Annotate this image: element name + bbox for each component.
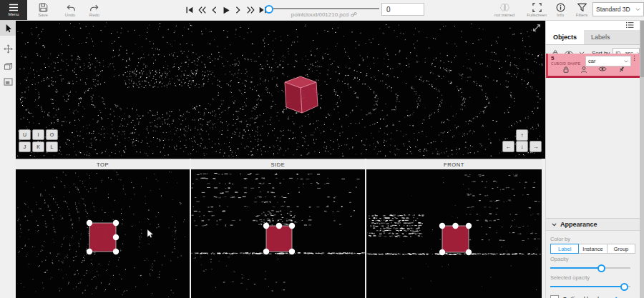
person-icon[interactable] bbox=[580, 66, 587, 74]
outlined-borders-checkbox[interactable] bbox=[550, 295, 559, 298]
appearance-section: Appearance Color by Label Instance Group… bbox=[546, 218, 640, 298]
play-button[interactable] bbox=[221, 4, 231, 16]
opacity-slider-handle[interactable] bbox=[597, 264, 605, 272]
cuboid-tool-button[interactable] bbox=[0, 59, 16, 74]
color-by-label-button[interactable]: Label bbox=[550, 244, 579, 254]
object-menu-icon[interactable]: ⋮ bbox=[631, 55, 638, 61]
filter-icon bbox=[577, 3, 587, 12]
selected-opacity-slider-handle[interactable] bbox=[620, 283, 628, 291]
key-j-button[interactable]: J bbox=[19, 141, 31, 152]
key-o-button[interactable]: O bbox=[46, 129, 58, 140]
arrow-right-button[interactable]: → bbox=[530, 141, 542, 152]
top-view-header: TOP bbox=[16, 159, 190, 170]
frame-slider-track[interactable] bbox=[266, 8, 379, 9]
key-k-button[interactable]: K bbox=[32, 141, 44, 152]
chevron-down-icon bbox=[635, 8, 640, 11]
chevron-down-icon bbox=[552, 223, 557, 227]
top-view-box-overlay[interactable] bbox=[16, 169, 190, 298]
next-frame-button[interactable] bbox=[233, 4, 243, 16]
panel-top-bar bbox=[546, 20, 640, 30]
side-view-title: SIDE bbox=[271, 162, 286, 168]
object-id: 5 bbox=[551, 55, 554, 61]
eye-icon[interactable] bbox=[598, 66, 607, 74]
panel-scrollbar[interactable] bbox=[640, 20, 644, 298]
front-view-box-overlay[interactable] bbox=[366, 169, 542, 298]
cursor-icon bbox=[4, 24, 12, 34]
arrow-left-button[interactable]: ← bbox=[502, 141, 514, 152]
tab-objects[interactable]: Objects bbox=[546, 30, 584, 44]
key-u-button[interactable]: U bbox=[19, 129, 31, 140]
front-view-title: FRONT bbox=[444, 162, 464, 168]
select-tool-button[interactable] bbox=[0, 21, 16, 36]
fullscreen-button[interactable]: Fullscreen bbox=[522, 0, 551, 20]
tool-rail bbox=[0, 20, 16, 298]
filename-text: pointcloud/001210.pcd bbox=[291, 11, 349, 18]
panel-scrollbar-thumb[interactable] bbox=[640, 20, 644, 77]
hamburger-icon bbox=[9, 4, 19, 11]
right-panel: Objects Labels Sort by ID - asc... 5 CUB… bbox=[545, 20, 644, 298]
object-card-5[interactable]: 5 CUBOID SHAPE car ⋮ bbox=[546, 54, 640, 78]
fast-backward-button[interactable] bbox=[197, 4, 207, 16]
opacity-slider[interactable] bbox=[550, 264, 634, 272]
object-actions bbox=[548, 66, 640, 74]
link-icon[interactable] bbox=[351, 11, 357, 18]
filters-button[interactable]: Filters bbox=[571, 0, 592, 20]
move-tool-button[interactable] bbox=[0, 41, 16, 56]
playback-controls bbox=[185, 0, 268, 20]
undo-label: Undo bbox=[65, 13, 75, 17]
expand-view-icon[interactable] bbox=[532, 24, 541, 32]
previous-frame-button[interactable] bbox=[209, 4, 219, 16]
key-i-button[interactable]: I bbox=[32, 129, 44, 140]
chevron-down-icon bbox=[624, 60, 628, 63]
category-select[interactable]: car bbox=[585, 56, 631, 66]
top-view-pane[interactable] bbox=[16, 169, 190, 298]
outlined-borders-row: Outlined borders bbox=[550, 295, 635, 298]
color-by-instance-button[interactable]: Instance bbox=[579, 244, 607, 254]
redo-button[interactable]: Redo bbox=[83, 0, 106, 20]
arrow-up-button[interactable]: ↑ bbox=[516, 129, 528, 141]
selected-opacity-label: Selected opacity bbox=[550, 274, 635, 281]
redo-label: Redo bbox=[89, 13, 99, 17]
panel-tabs: Objects Labels bbox=[546, 30, 640, 45]
side-view-box-overlay[interactable] bbox=[191, 169, 365, 298]
mode-select[interactable]: Standard 3D bbox=[592, 2, 644, 16]
opacity-slider-fill bbox=[550, 267, 601, 269]
info-icon bbox=[556, 3, 565, 12]
menu-label: Menu bbox=[8, 12, 19, 16]
undo-button[interactable]: Undo bbox=[59, 0, 82, 20]
image-icon bbox=[4, 78, 13, 86]
front-view-header: FRONT bbox=[366, 159, 542, 170]
list-menu-icon[interactable] bbox=[625, 21, 634, 29]
appearance-header[interactable]: Appearance bbox=[546, 219, 640, 231]
appearance-title: Appearance bbox=[560, 221, 597, 228]
filename-label: pointcloud/001210.pcd bbox=[270, 11, 378, 18]
save-button[interactable]: Save bbox=[30, 0, 56, 20]
main-3d-viewport[interactable]: U I O J K L ↑ ← ↓ → bbox=[16, 20, 545, 159]
brain-icon bbox=[499, 3, 511, 12]
info-label: Info bbox=[557, 13, 564, 17]
info-button[interactable]: Info bbox=[551, 0, 570, 20]
color-by-group-button[interactable]: Group bbox=[608, 244, 635, 254]
toolbar: Menu Save Undo Redo pointclou bbox=[0, 0, 644, 21]
not-trained-button[interactable]: not trained bbox=[489, 0, 519, 20]
side-view-pane[interactable] bbox=[191, 169, 365, 298]
image-overlay-tool-button[interactable] bbox=[0, 74, 16, 89]
opacity-label: Opacity bbox=[550, 256, 635, 262]
side-view-header: SIDE bbox=[191, 159, 365, 170]
frame-input[interactable] bbox=[381, 3, 424, 16]
pin-icon[interactable] bbox=[618, 66, 625, 74]
selected-opacity-slider-fill bbox=[550, 286, 624, 287]
not-trained-label: not trained bbox=[494, 13, 514, 17]
front-view-pane[interactable] bbox=[366, 169, 542, 298]
fullscreen-label: Fullscreen bbox=[527, 13, 547, 17]
menu-button[interactable]: Menu bbox=[0, 0, 27, 20]
cuboid-3d-overlay[interactable] bbox=[16, 20, 545, 159]
selected-opacity-slider[interactable] bbox=[550, 282, 634, 291]
mouse-cursor bbox=[147, 229, 153, 238]
fast-forward-button[interactable] bbox=[245, 4, 255, 16]
lock-icon[interactable] bbox=[562, 66, 570, 74]
arrow-down-button[interactable]: ↓ bbox=[516, 141, 528, 152]
key-l-button[interactable]: L bbox=[46, 141, 58, 152]
skip-to-start-button[interactable] bbox=[185, 4, 195, 16]
tab-labels[interactable]: Labels bbox=[584, 30, 618, 44]
